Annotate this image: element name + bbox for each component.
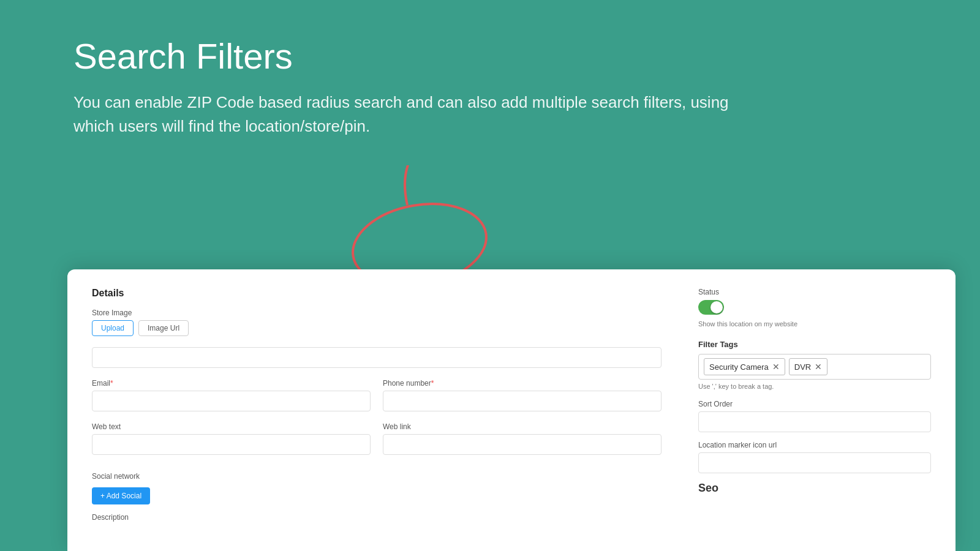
name-field [92, 347, 662, 368]
email-input[interactable] [92, 391, 371, 411]
store-image-label: Store Image [92, 309, 662, 317]
form-container: Details Store Image Upload Image Url Ema… [67, 269, 956, 551]
social-network-section: Social network Add Social [92, 472, 662, 504]
tag-security-camera-label: Security Camera [709, 362, 769, 372]
email-phone-row: Email* Phone number* [92, 379, 662, 422]
status-label: Status [698, 288, 931, 296]
show-location-text: Show this location on my website [698, 320, 931, 328]
sort-order-label: Sort Order [698, 400, 931, 408]
sort-order-section: Sort Order [698, 400, 931, 432]
add-social-button[interactable]: Add Social [92, 487, 150, 504]
filter-tags-section: Filter Tags Security Camera ✕ DVR ✕ Use … [698, 340, 931, 390]
filter-tags-label: Filter Tags [698, 340, 931, 349]
status-toggle[interactable] [698, 300, 724, 315]
image-url-button[interactable]: Image Url [138, 320, 189, 336]
tag-dvr-remove[interactable]: ✕ [815, 362, 822, 371]
web-text-field-group: Web text [92, 422, 371, 455]
store-image-field: Store Image Upload Image Url [92, 309, 662, 336]
phone-input[interactable] [383, 391, 662, 411]
email-label: Email* [92, 379, 371, 388]
name-input[interactable] [92, 347, 662, 368]
tag-security-camera-remove[interactable]: ✕ [772, 362, 780, 371]
right-column: Status Show this location on my website … [698, 288, 931, 539]
description-field-group: Description [92, 513, 662, 522]
tag-hint: Use ',' key to break a tag. [698, 383, 931, 390]
web-link-input[interactable] [383, 434, 662, 455]
location-marker-section: Location marker icon url [698, 441, 931, 473]
tag-dvr: DVR ✕ [789, 358, 827, 375]
tags-input-container[interactable]: Security Camera ✕ DVR ✕ [698, 354, 931, 380]
status-section: Status Show this location on my website [698, 288, 931, 328]
web-link-label: Web link [383, 422, 662, 431]
page-title: Search Filters [74, 37, 907, 76]
web-text-label: Web text [92, 422, 371, 431]
page-description: You can enable ZIP Code based radius sea… [74, 91, 747, 138]
location-marker-label: Location marker icon url [698, 441, 931, 449]
phone-label: Phone number* [383, 379, 662, 388]
upload-button[interactable]: Upload [92, 320, 134, 336]
social-network-label: Social network [92, 472, 662, 481]
email-field-group: Email* [92, 379, 371, 411]
web-row: Web text Web link [92, 422, 662, 466]
store-image-row: Upload Image Url [92, 320, 662, 336]
left-column: Details Store Image Upload Image Url Ema… [92, 288, 662, 539]
header-section: Search Filters You can enable ZIP Code b… [0, 0, 980, 163]
seo-title: Seo [698, 482, 931, 495]
tag-security-camera: Security Camera ✕ [704, 358, 785, 375]
details-label: Details [92, 288, 662, 299]
web-text-input[interactable] [92, 434, 371, 455]
web-link-field-group: Web link [383, 422, 662, 455]
description-label: Description [92, 513, 662, 522]
location-marker-input[interactable] [698, 452, 931, 473]
sort-order-input[interactable] [698, 411, 931, 432]
tag-dvr-label: DVR [794, 362, 811, 372]
phone-field-group: Phone number* [383, 379, 662, 411]
